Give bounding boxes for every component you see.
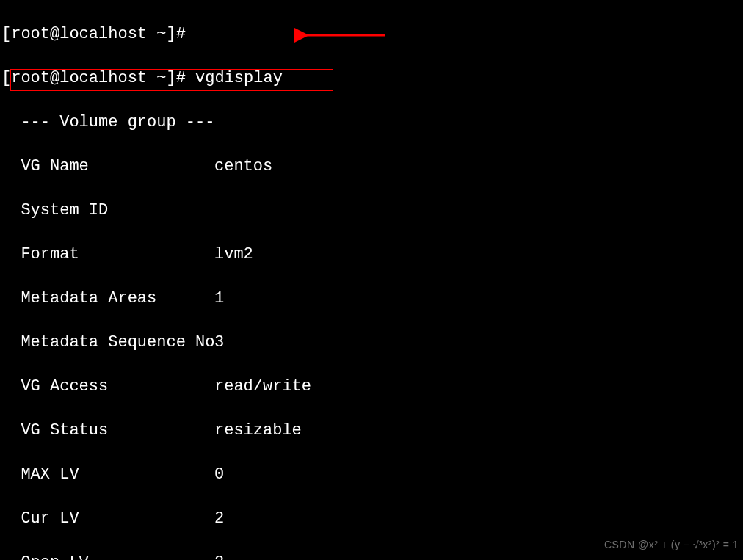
vg-row-metadata-areas: Metadata Areas1 (1, 288, 742, 310)
vg-label: Cur LV (1, 508, 214, 530)
vg-value: 2 (214, 508, 224, 530)
vg-label: VG Status (1, 420, 214, 442)
vg-label: MAX LV (1, 464, 214, 486)
vg-value: 3 (214, 332, 224, 354)
vg-label: Format (1, 244, 214, 266)
vg-row-vg-status: VG Statusresizable (1, 420, 742, 442)
terminal-output[interactable]: [root@localhost ~]# [root@localhost ~]# … (0, 0, 743, 560)
vg-value: 2 (214, 552, 224, 560)
vg-label: Metadata Sequence No (1, 332, 214, 354)
vg-row-cur-lv: Cur LV2 (1, 508, 742, 530)
vg-row-format: Formatlvm2 (1, 244, 742, 266)
vg-value: read/write (214, 376, 311, 398)
vg-row-metadata-seq: Metadata Sequence No3 (1, 332, 742, 354)
vg-row-max-lv: MAX LV0 (1, 464, 742, 486)
vg-row-vg-access: VG Accessread/write (1, 376, 742, 398)
vg-label: Metadata Areas (1, 288, 214, 310)
entered-command: vgdisplay (195, 69, 283, 87)
vg-header: --- Volume group --- (1, 112, 742, 134)
vg-value: 0 (214, 464, 224, 486)
vg-label: VG Name (1, 156, 214, 178)
watermark-text: CSDN @x² + (y − √³x²)² = 1 (604, 534, 739, 556)
vg-value: 1 (214, 288, 224, 310)
vg-value: resizable (214, 420, 302, 442)
prompt-line-1: [root@localhost ~]# (1, 23, 742, 46)
command-line: [root@localhost ~]# vgdisplay (1, 68, 742, 90)
vg-value: lvm2 (214, 244, 253, 266)
vg-row-vg-name: VG Namecentos (1, 156, 742, 178)
vg-label: System ID (1, 200, 214, 222)
vg-row-system-id: System ID (1, 200, 742, 222)
vg-label: Open LV (1, 552, 214, 560)
vg-value: centos (214, 156, 272, 178)
vg-label: VG Access (1, 376, 214, 398)
